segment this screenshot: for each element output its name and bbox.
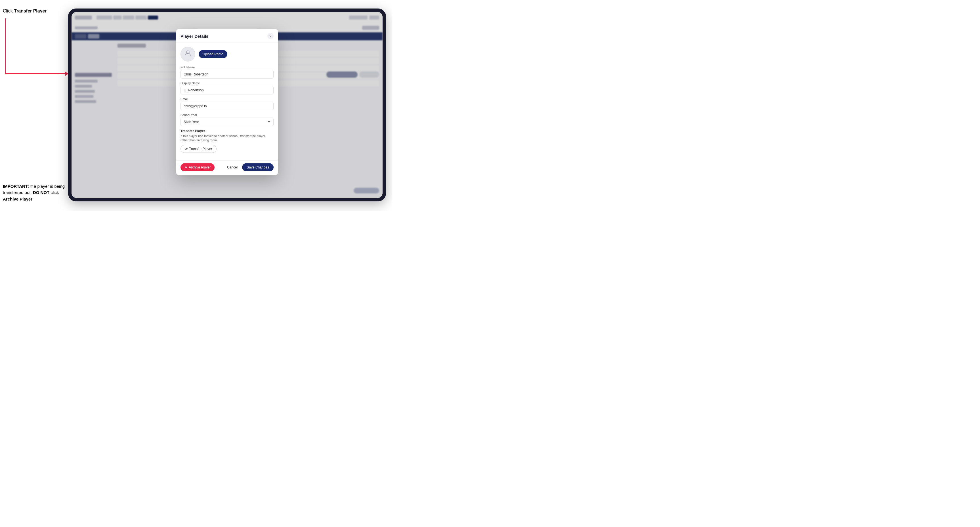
avatar-circle <box>180 47 195 62</box>
modal-body: Upload Photo Full Name Display Name <box>176 43 278 160</box>
upload-photo-button[interactable]: Upload Photo <box>199 50 228 58</box>
do-not-label: DO NOT <box>33 190 49 195</box>
tablet-device: Player Details × <box>68 8 386 202</box>
modal-close-button[interactable]: × <box>267 33 274 39</box>
display-name-label: Display Name <box>180 81 274 85</box>
full-name-input[interactable] <box>180 70 274 79</box>
modal-header: Player Details × <box>176 29 278 43</box>
instruction-area: Click Transfer Player <box>3 8 65 16</box>
school-year-label: School Year <box>180 113 274 117</box>
avatar-icon <box>184 50 192 59</box>
transfer-section-desc: If this player has moved to another scho… <box>180 134 274 143</box>
arrow-horizontal-line <box>5 73 66 74</box>
transfer-player-button[interactable]: ⟳ Transfer Player <box>180 145 216 153</box>
transfer-icon: ⟳ <box>185 147 188 151</box>
transfer-btn-label: Transfer Player <box>189 147 212 151</box>
important-instruction: IMPORTANT: If a player is being transfer… <box>3 183 65 203</box>
click-label-text: Click <box>3 8 14 13</box>
archive-player-label: Archive Player <box>3 197 32 202</box>
avatar-section: Upload Photo <box>180 47 274 62</box>
save-changes-button[interactable]: Save Changes <box>242 163 274 171</box>
arrow-vertical-line <box>5 18 6 74</box>
full-name-group: Full Name <box>180 65 274 79</box>
close-icon: × <box>269 34 272 38</box>
tablet-screen: Player Details × <box>72 12 383 198</box>
display-name-input[interactable] <box>180 86 274 94</box>
email-input[interactable] <box>180 102 274 110</box>
click-archive-label: click <box>49 190 59 195</box>
important-label: IMPORTANT <box>3 184 28 189</box>
archive-icon: ⏏ <box>185 165 187 169</box>
school-year-select[interactable]: First Year Second Year Third Year Fourth… <box>180 118 274 126</box>
click-instruction: Click Transfer Player <box>3 8 65 14</box>
school-year-group: School Year First Year Second Year Third… <box>180 113 274 126</box>
transfer-section-title: Transfer Player <box>180 129 274 133</box>
player-details-modal: Player Details × <box>176 29 278 175</box>
modal-footer: ⏏ Archive Player Cancel Save Changes <box>176 160 278 175</box>
modal-title: Player Details <box>180 33 208 38</box>
email-group: Email <box>180 97 274 110</box>
cancel-button[interactable]: Cancel <box>225 163 240 171</box>
archive-player-button[interactable]: ⏏ Archive Player <box>180 163 215 171</box>
footer-right-actions: Cancel Save Changes <box>225 163 274 171</box>
modal-overlay: Player Details × <box>72 12 383 198</box>
display-name-group: Display Name <box>180 81 274 94</box>
transfer-player-section: Transfer Player If this player has moved… <box>180 129 274 153</box>
full-name-label: Full Name <box>180 65 274 69</box>
archive-btn-label: Archive Player <box>189 165 211 169</box>
email-label: Email <box>180 97 274 101</box>
click-transfer-player-text: Transfer Player <box>14 8 47 13</box>
